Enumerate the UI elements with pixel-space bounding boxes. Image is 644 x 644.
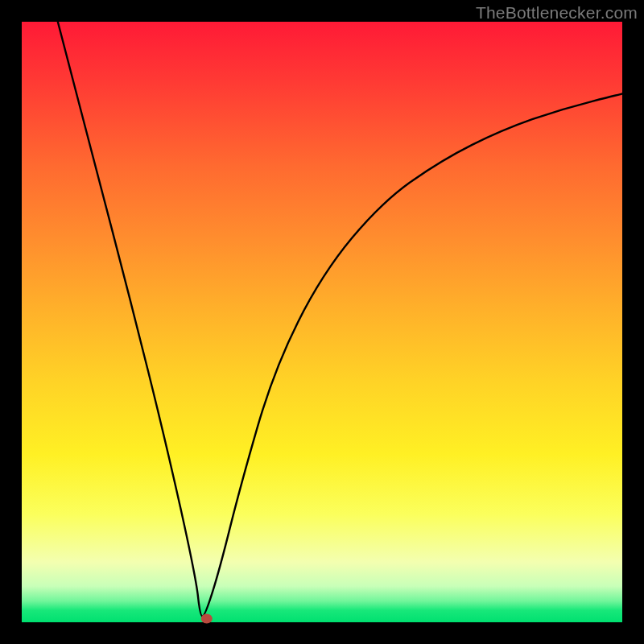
optimum-marker bbox=[201, 614, 213, 624]
bottleneck-curve bbox=[58, 22, 622, 617]
watermark-label: TheBottlenecker.com bbox=[476, 3, 638, 23]
chart-overlay bbox=[22, 22, 622, 622]
chart-container: TheBottlenecker.com bbox=[0, 0, 644, 644]
